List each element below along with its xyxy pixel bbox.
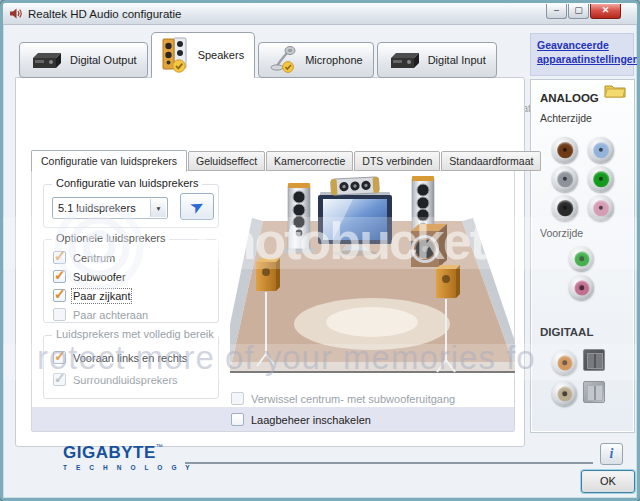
checkbox-icon[interactable]: ✓: [231, 392, 244, 405]
jack-mic-in-front[interactable]: [569, 275, 594, 300]
play-arrow-icon: ➤: [186, 194, 208, 219]
digital-heading: DIGITAAL: [540, 326, 593, 338]
selected-option: 5.1 luidsprekers: [53, 202, 150, 214]
jack-rear-out[interactable]: [552, 195, 578, 221]
tab-digital-output[interactable]: Digital Output: [19, 42, 148, 78]
gigabyte-logo: GIGABYTE™ T E C H N O L O G Y: [63, 443, 193, 471]
tab-speakers[interactable]: Speakers: [151, 32, 255, 78]
checkbox-paar-zijkant[interactable]: ✓ Paar zijkant: [53, 288, 130, 303]
full-range-group: Luidsprekers met volledig bereik ✓ Voora…: [43, 335, 219, 399]
speaker-room-illustration: [230, 172, 515, 400]
checkbox-icon[interactable]: ✓: [53, 351, 66, 364]
microphone-icon: [269, 45, 299, 75]
folder-icon[interactable]: [604, 83, 626, 98]
checkbox-vooraan-links-rechts[interactable]: ✓ Vooraan links en rechts: [53, 350, 187, 365]
device-box-icon: [30, 51, 64, 69]
center-speaker: [331, 177, 380, 195]
ok-button[interactable]: OK: [581, 470, 635, 493]
titlebar: Realtek HD Audio configuratie – ▢ ✕: [3, 3, 637, 25]
subtab-room-correction[interactable]: Kamercorrectie: [266, 151, 353, 171]
chevron-down-icon[interactable]: ▼: [150, 199, 166, 217]
checkbox-icon[interactable]: ✓: [53, 373, 66, 386]
tab-label: Digital Output: [70, 54, 137, 66]
checkbox-icon[interactable]: ✓: [53, 289, 66, 302]
device-box-icon: [388, 51, 422, 69]
app-speaker-icon: [9, 7, 22, 20]
jack-spdif-out[interactable]: [552, 350, 577, 375]
footer-divider: [185, 462, 593, 464]
connector-panel: ANALOOG Achterzijde Voorzijde DIGITAAL: [530, 79, 635, 433]
auto-test-button[interactable]: ➤: [180, 193, 214, 220]
close-button[interactable]: ✕: [590, 4, 621, 19]
side-right-speaker: [436, 265, 460, 298]
side-left-speaker: [256, 258, 280, 291]
tab-label: Digital Input: [428, 54, 486, 66]
analog-heading: ANALOOG: [540, 92, 599, 104]
info-button[interactable]: i: [600, 443, 623, 465]
window-title: Realtek HD Audio configuratie: [28, 8, 181, 20]
checkbox-paar-achteraan[interactable]: ✓ Paar achteraan: [53, 307, 148, 322]
subtab-default-format[interactable]: Standaardformaat: [441, 151, 541, 171]
jack-headphone-front[interactable]: [569, 246, 594, 271]
checkbox-surroundluidsprekers[interactable]: ✓ Surroundluidsprekers: [53, 372, 178, 387]
jack-mic-in-rear[interactable]: [588, 195, 614, 221]
optional-speakers-group: Optionele luidsprekers ✓ Centrum ✓ Subwo…: [43, 239, 219, 323]
jack-spdif-in[interactable]: [552, 381, 577, 406]
subtab-sound-effect[interactable]: Geluidseffect: [188, 151, 265, 171]
speaker-config-select[interactable]: 5.1 luidsprekers ▼: [52, 197, 168, 219]
checkbox-icon[interactable]: ✓: [53, 270, 66, 283]
full-range-label: Luidsprekers met volledig bereik: [52, 328, 218, 340]
rear-label: Achterzijde: [540, 112, 592, 124]
checkbox-icon[interactable]: ✓: [53, 251, 66, 264]
subtab-speaker-configuration[interactable]: Configuratie van luidsprekers: [31, 150, 187, 172]
tab-microphone[interactable]: Microphone: [258, 42, 373, 78]
speaker-subtabs: Configuratie van luidsprekers Geluidseff…: [31, 150, 542, 171]
optional-speakers-label: Optionele luidsprekers: [52, 232, 169, 244]
checkbox-swap-center-subwoofer[interactable]: ✓ Verwissel centrum- met subwooferuitgan…: [231, 391, 455, 406]
info-icon: i: [610, 446, 614, 461]
jack-line-in[interactable]: [588, 137, 614, 163]
optical-port-out-icon[interactable]: [583, 349, 605, 371]
jack-center-subwoofer-out[interactable]: [552, 137, 578, 163]
checkbox-bass-management[interactable]: ✓ Laagbeheer inschakelen: [231, 412, 371, 427]
front-label: Voorzijde: [540, 227, 583, 239]
tab-label: Speakers: [198, 49, 244, 61]
speaker-tower-icon: [162, 37, 192, 73]
minimize-button[interactable]: –: [546, 4, 567, 19]
device-tabs: Digital Output Speakers: [19, 32, 497, 78]
checkbox-icon[interactable]: ✓: [53, 308, 66, 321]
realtek-audio-window: Realtek HD Audio configuratie – ▢ ✕ Digi…: [0, 0, 640, 501]
tab-digital-input[interactable]: Digital Input: [377, 42, 497, 78]
subwoofer: [411, 224, 447, 267]
optical-port-in-icon[interactable]: [583, 381, 605, 403]
speaker-config-group: Configuratie van luidsprekers 5.1 luidsp…: [43, 184, 219, 228]
jack-front-out[interactable]: [588, 166, 614, 192]
checkbox-icon[interactable]: ✓: [231, 413, 244, 426]
checkbox-subwoofer[interactable]: ✓ Subwoofer: [53, 269, 126, 284]
jack-side-out[interactable]: [552, 166, 578, 192]
checkbox-centrum[interactable]: ✓ Centrum: [53, 250, 115, 265]
advanced-settings-box: Geavanceerde apparaatinstellingen: [530, 33, 634, 76]
speaker-config-label: Configuratie van luidsprekers: [52, 177, 202, 189]
tab-label: Microphone: [305, 54, 362, 66]
advanced-settings-link[interactable]: Geavanceerde apparaatinstellingen: [537, 39, 627, 66]
subtab-dts-connect[interactable]: DTS verbinden: [354, 151, 440, 171]
front-left-speaker: [284, 183, 314, 253]
maximize-button[interactable]: ▢: [568, 4, 589, 19]
